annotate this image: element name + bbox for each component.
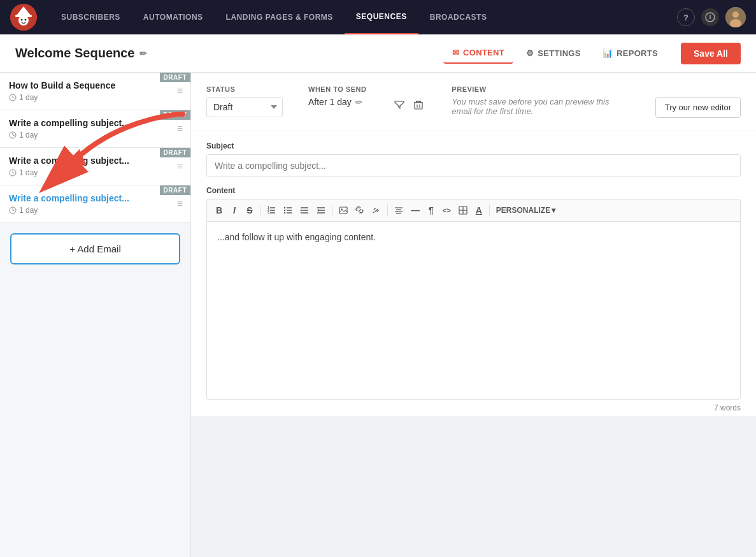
content-tab-label: CONTENT: [463, 48, 504, 57]
reports-tab-icon: 📊: [603, 48, 613, 58]
nav-subscribers[interactable]: SUBSCRIBERS: [50, 0, 132, 34]
svg-rect-25: [415, 103, 422, 109]
status-section: STATUS Draft Published: [206, 85, 283, 117]
preview-text: You must save before you can preview thi…: [452, 97, 629, 116]
help-button[interactable]: ?: [677, 8, 695, 26]
save-all-button[interactable]: Save All: [681, 43, 741, 64]
email-delay: 1 day: [19, 131, 38, 140]
subject-input[interactable]: [206, 154, 741, 177]
tab-content[interactable]: ✉ CONTENT: [443, 43, 513, 64]
nav-landing-pages[interactable]: LANDING PAGES & FORMS: [215, 0, 345, 34]
code-button[interactable]: <>: [439, 205, 454, 216]
clock-icon: [9, 131, 17, 139]
tab-reports[interactable]: 📊 REPORTS: [594, 43, 667, 63]
edit-title-icon[interactable]: ✏: [139, 48, 147, 59]
personalize-button[interactable]: PERSONALIZE ▾: [493, 204, 559, 217]
svg-line-54: [373, 212, 374, 213]
hr-button[interactable]: —: [408, 203, 423, 217]
email-item-title: Write a compelling subject...: [9, 118, 182, 128]
content-tab-icon: ✉: [452, 48, 459, 57]
nav-sequences[interactable]: SEQUENCES: [345, 0, 418, 34]
drag-handle[interactable]: ≡: [177, 123, 183, 134]
toolbar-separator: [332, 205, 332, 216]
unlink-button[interactable]: [369, 204, 384, 217]
word-count: 7 words: [191, 400, 756, 416]
email-delay: 1 day: [19, 168, 38, 177]
email-item[interactable]: DRAFT Write a compelling subject... 1 da…: [0, 148, 190, 185]
editor-toolbar: B I S 123: [206, 199, 741, 221]
preview-section: PREVIEW You must save before you can pre…: [452, 85, 629, 116]
try-new-editor-button[interactable]: Try our new editor: [655, 97, 741, 118]
drag-handle[interactable]: ≡: [177, 161, 183, 172]
user-avatar[interactable]: [725, 7, 746, 27]
italic-button[interactable]: I: [227, 203, 241, 217]
email-item[interactable]: DRAFT Write a compelling subject... 1 da…: [0, 185, 190, 223]
sequence-name: Welcome Sequence: [15, 46, 134, 61]
svg-point-9: [732, 11, 739, 18]
nav-broadcasts[interactable]: BROADCASTS: [418, 0, 499, 34]
svg-point-42: [284, 210, 285, 211]
filter-button[interactable]: [392, 97, 407, 115]
drag-handle[interactable]: ≡: [177, 198, 183, 210]
logo[interactable]: [10, 4, 37, 31]
add-email-container: + Add Email: [0, 223, 190, 275]
link-button[interactable]: [352, 204, 367, 217]
nav-items: SUBSCRIBERS AUTOMATIONS LANDING PAGES & …: [50, 0, 677, 34]
tab-settings[interactable]: ⚙ SETTINGS: [517, 43, 590, 63]
edit-delay-icon[interactable]: ✏: [355, 98, 362, 107]
outdent-button[interactable]: [313, 204, 329, 217]
editor-top-bar: STATUS Draft Published WHEN TO SEND Afte…: [191, 73, 756, 131]
main-nav: SUBSCRIBERS AUTOMATIONS LANDING PAGES & …: [0, 0, 756, 34]
strikethrough-button[interactable]: S: [243, 203, 257, 217]
status-select[interactable]: Draft Published: [206, 97, 283, 117]
email-delay: 1 day: [19, 93, 38, 102]
draft-badge: DRAFT: [160, 148, 190, 157]
content-section: Content B I S 123: [191, 177, 756, 400]
email-item-title: Write a compelling subject...: [9, 193, 182, 203]
bold-button[interactable]: B: [212, 203, 226, 217]
paragraph-button[interactable]: ¶: [424, 203, 438, 217]
email-item-meta: 1 day: [9, 131, 182, 140]
svg-line-24: [13, 210, 15, 211]
email-item[interactable]: DRAFT Write a compelling subject... 1 da…: [0, 110, 190, 148]
email-item[interactable]: DRAFT How to Build a Sequence 1 day ≡: [0, 73, 190, 110]
main-layout: DRAFT How to Build a Sequence 1 day ≡ DR…: [0, 73, 756, 557]
header-tabs: ✉ CONTENT ⚙ SETTINGS 📊 REPORTS Save All: [443, 43, 741, 64]
image-button[interactable]: [336, 204, 351, 217]
font-button[interactable]: A: [472, 203, 486, 217]
clock-icon: [9, 169, 17, 177]
status-label: STATUS: [206, 85, 283, 93]
draft-badge: DRAFT: [160, 185, 190, 195]
add-email-button[interactable]: + Add Email: [10, 233, 180, 264]
page-title: Welcome Sequence ✏: [15, 46, 147, 61]
notification-icon[interactable]: [701, 8, 719, 26]
subject-area: Subject: [191, 131, 756, 177]
drag-handle[interactable]: ≡: [177, 85, 183, 97]
draft-badge: DRAFT: [160, 110, 190, 120]
personalize-label: PERSONALIZE: [496, 206, 550, 215]
align-button[interactable]: [391, 204, 406, 217]
subject-label: Subject: [206, 141, 741, 150]
unordered-list-button[interactable]: [280, 204, 296, 217]
svg-rect-52: [339, 207, 347, 213]
settings-tab-label: SETTINGS: [538, 48, 580, 58]
header-bar: Welcome Sequence ✏ ✉ CONTENT ⚙ SETTINGS …: [0, 34, 756, 73]
svg-marker-47: [301, 209, 303, 212]
editor-content: ...and follow it up with engaging conten…: [217, 232, 730, 242]
ordered-list-button[interactable]: 123: [264, 204, 279, 217]
email-editor: STATUS Draft Published WHEN TO SEND Afte…: [191, 73, 756, 416]
editor-body[interactable]: ...and follow it up with engaging conten…: [206, 221, 741, 400]
nav-automations[interactable]: AUTOMATIONS: [132, 0, 215, 34]
clock-icon: [9, 94, 17, 101]
email-item-meta: 1 day: [9, 168, 182, 177]
content-area: STATUS Draft Published WHEN TO SEND Afte…: [191, 73, 756, 557]
delete-button[interactable]: [411, 97, 426, 115]
when-to-send-value: After 1 day ✏: [308, 97, 366, 107]
email-delay: 1 day: [19, 206, 38, 215]
table-button[interactable]: [455, 204, 471, 217]
clock-icon: [9, 206, 17, 214]
svg-point-41: [284, 207, 285, 208]
indent-button[interactable]: [297, 204, 312, 217]
sidebar: DRAFT How to Build a Sequence 1 day ≡ DR…: [0, 73, 191, 557]
draft-badge: DRAFT: [160, 73, 190, 82]
